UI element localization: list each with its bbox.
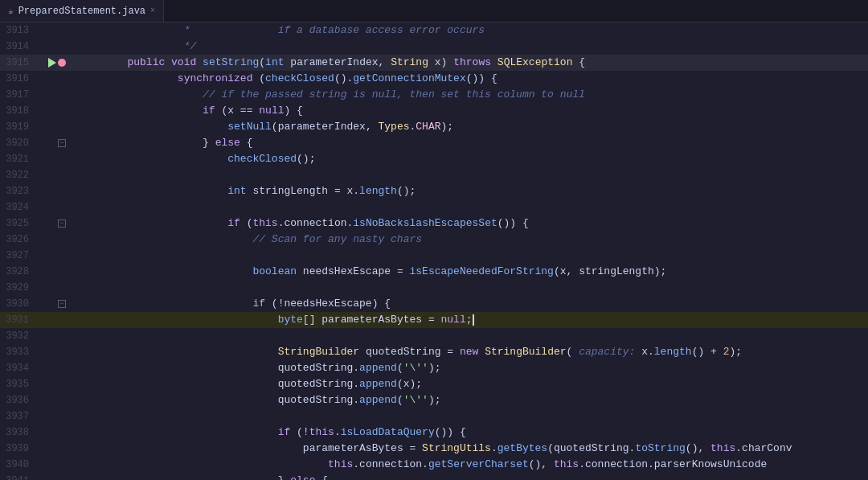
tab-label: PreparedStatement.java bbox=[18, 6, 145, 17]
line-3921: 3921 checkClosed(); bbox=[0, 151, 868, 167]
line-3936: 3936 quotedString.append('\''); bbox=[0, 392, 868, 408]
editor-area: 3913 * if a database access error occurs… bbox=[0, 23, 868, 480]
fold-icon-3925[interactable]: − bbox=[58, 219, 66, 228]
line-3923: 3923 int stringLength = x.length(); bbox=[0, 183, 868, 199]
line-3941: 3941 } else { bbox=[0, 473, 868, 480]
line-3931: 3931 byte[] parameterAsBytes = null; bbox=[0, 312, 868, 328]
exec-arrow-icon bbox=[48, 58, 56, 68]
tab-prepared-statement[interactable]: ☕ PreparedStatement.java × bbox=[0, 0, 164, 22]
line-3928: 3928 boolean needsHexEscape = isEscapeNe… bbox=[0, 264, 868, 280]
close-tab-icon[interactable]: × bbox=[150, 6, 155, 15]
breakpoint-icon[interactable] bbox=[58, 59, 66, 67]
fold-icon-3930[interactable]: − bbox=[58, 300, 66, 308]
java-file-icon: ☕ bbox=[8, 6, 14, 16]
fold-icon-3920[interactable]: − bbox=[58, 139, 66, 147]
tab-bar: ☕ PreparedStatement.java × bbox=[0, 0, 868, 23]
code-content: 3913 * if a database access error occurs… bbox=[0, 23, 868, 480]
line-3926: 3926 // Scan for any nasty chars bbox=[0, 232, 868, 248]
